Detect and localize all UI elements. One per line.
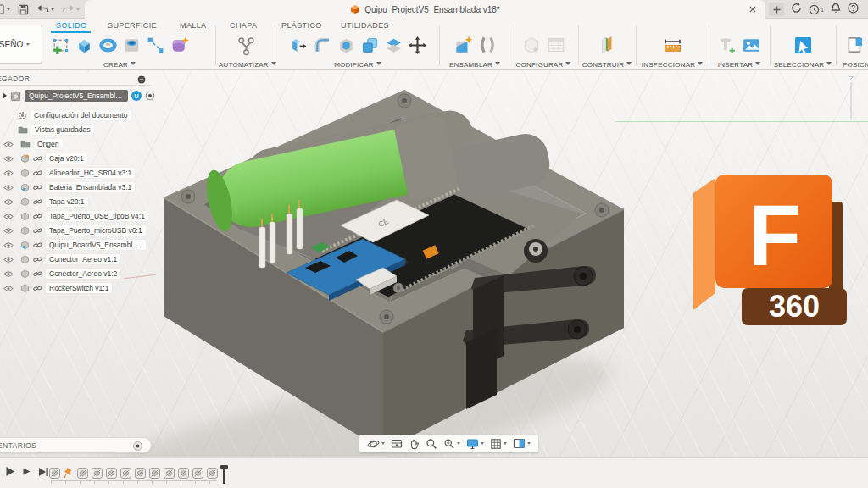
tab-solido[interactable]: SOLIDO [56,21,86,30]
group-label-seleccionar[interactable]: SELECCIONAR [771,61,834,69]
orbit-button[interactable] [367,438,385,450]
file-menu-button[interactable] [0,3,10,15]
eye-icon[interactable] [3,213,14,220]
measure-icon[interactable] [661,34,684,57]
help-button[interactable] [848,2,859,17]
browser-item-conector-1[interactable]: Conector_Aereo v1:1 [0,252,120,266]
redo-button[interactable] [62,4,80,14]
group-label-automatizar[interactable]: AUTOMATIZAR [219,61,273,69]
save-button[interactable] [18,4,29,15]
workspace-selector[interactable]: DISEÑO [0,25,42,64]
close-tab-button[interactable] [747,3,759,15]
tab-superficie[interactable]: SUPERFICIE [108,21,157,30]
eye-icon[interactable] [3,270,14,278]
group-label-modificar[interactable]: MODIFICAR [278,61,437,69]
eye-icon[interactable] [3,256,14,263]
create-sketch-icon[interactable] [50,35,71,56]
eye-icon[interactable] [3,141,14,148]
browser-item-origin[interactable]: Origen [0,137,63,151]
rocker-switch[interactable] [524,239,548,263]
browser-item-tapa[interactable]: Tapa v20:1 [0,195,88,208]
comments-expand-button[interactable] [133,441,142,451]
browser-header-label: NAVEGADOR [0,75,30,83]
group-label-posicion[interactable]: POSICIÓN [839,61,868,69]
browser-item-alineador[interactable]: Alineador_HC_SR04 v3:1 [0,166,135,180]
sync-status-button[interactable] [791,2,802,17]
pan-button[interactable] [409,438,420,450]
select-icon[interactable] [792,34,815,57]
sketch-line-icon[interactable] [145,35,166,56]
grid-settings-button[interactable] [490,438,507,450]
browser-item-doc-settings[interactable]: Configuración del documento [0,108,131,122]
browser-item-tapa-usb-tipob[interactable]: Tapa_Puerto_USB_tipoB v4:1 [0,209,148,223]
position-icon[interactable] [844,34,866,56]
zoom-button[interactable] [426,438,437,450]
browser-item-conector-2[interactable]: Conector_Aereo v1:2 [0,267,120,280]
eye-icon[interactable] [3,285,14,292]
browser-item-rockerswitch[interactable]: RockerSwitch v1:1 [0,281,112,295]
eye-icon[interactable] [3,241,14,249]
construct-plane-icon[interactable] [596,34,618,56]
display-settings-button[interactable] [466,438,484,450]
eye-icon[interactable] [3,184,14,191]
configuration-table-icon[interactable] [545,34,567,56]
new-component-icon[interactable] [452,34,474,56]
insert-decal-icon[interactable] [717,35,738,56]
comments-panel[interactable]: COMENTARIOS [0,437,152,453]
browser-item-saved-views[interactable]: Vistas guardadas [0,123,94,136]
browser-item-bateria[interactable]: Bateria_Ensamblada v3:1 [0,180,135,194]
insert-canvas-icon[interactable] [741,35,762,56]
ribbon-divider [275,25,275,65]
move-icon[interactable] [407,35,428,56]
eye-icon[interactable] [3,169,14,177]
group-label-inspeccionar[interactable]: INSPECCIONAR [637,61,707,69]
group-label-insertar[interactable]: INSERTAR [710,61,768,69]
tab-utilidades[interactable]: UTILIDADES [341,21,389,30]
hole-icon[interactable] [121,35,142,56]
skip-to-end-button[interactable] [38,467,49,477]
joint-icon[interactable] [476,34,498,56]
viewports-button[interactable] [513,438,531,449]
step-forward-button[interactable] [22,467,31,476]
browser-root-node[interactable]: Quipu_ProjectV5_Ensamblada U [0,88,155,103]
combine-icon[interactable] [359,35,381,56]
browser-item-quipu-board[interactable]: Quipu_BoardV5_Ensamblada [0,238,146,252]
group-label-ensamblar[interactable]: ENSAMBLAR [442,61,507,69]
job-status-button[interactable]: 1 [809,4,824,15]
play-begin-button[interactable] [5,466,15,477]
tab-chapa[interactable]: CHAPA [230,21,257,30]
link-icon [33,155,42,163]
revolve-icon[interactable] [97,35,119,56]
extrude-icon[interactable] [74,35,95,56]
browser-item-tapa-microusb[interactable]: Tapa_Puerto_microUSB v6:1 [0,224,146,237]
fillet-icon[interactable] [312,35,333,56]
zoom-window-button[interactable] [443,438,460,450]
new-tab-button[interactable] [769,3,784,16]
browser-collapse-button[interactable] [137,75,146,84]
shell-icon[interactable] [336,35,357,56]
tab-malla[interactable]: MALLA [180,21,207,30]
press-pull-icon[interactable] [288,35,309,56]
timeline-playhead[interactable] [223,465,225,484]
expand-arrow-icon[interactable] [2,92,8,99]
automate-rule-icon[interactable] [236,35,257,56]
document-title: Quipu_ProjectV5_Ensamblada v18* [364,5,500,14]
group-label-construir[interactable]: CONSTRUIR [580,61,634,69]
undo-button[interactable] [36,4,54,14]
eye-icon[interactable] [3,155,14,163]
create-form-icon[interactable] [169,35,190,56]
split-body-icon[interactable] [383,35,404,56]
group-label-crear[interactable]: CREAR [49,61,190,69]
notifications-button[interactable] [831,2,841,17]
eye-icon[interactable] [3,198,14,206]
configure-icon[interactable] [520,34,542,56]
browser-item-caja[interactable]: Caja v20:1 [0,152,87,165]
activate-radio-icon[interactable] [145,91,155,101]
eye-icon[interactable] [3,227,14,235]
group-label-configurar[interactable]: CONFIGURAR [510,61,576,69]
document-tab[interactable]: Quipu_ProjectV5_Ensamblada v18* [85,0,765,19]
look-at-button[interactable] [391,438,403,449]
tab-plastico[interactable]: PLÁSTICO [281,21,322,30]
link-icon [33,184,42,191]
root-node-label[interactable]: Quipu_ProjectV5_Ensamblada [25,90,128,102]
